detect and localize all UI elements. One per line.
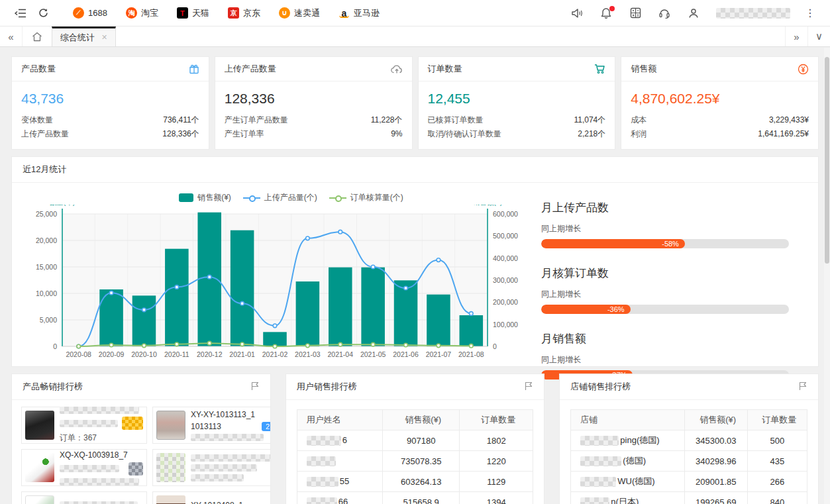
headset-icon[interactable] — [651, 0, 678, 26]
mstat-label: 同上期增长 — [541, 223, 789, 234]
speaker-icon[interactable] — [564, 0, 590, 26]
panel-title: 店铺销售排行榜 — [570, 381, 631, 393]
panel-title: 用户销售排行榜 — [297, 381, 357, 393]
tmall-icon: T — [177, 7, 188, 19]
tabs-dropdown-button[interactable]: ∨ — [807, 26, 830, 46]
amazon-icon: a — [338, 7, 350, 19]
card-value: 4,870,602.25¥ — [631, 91, 809, 107]
product-card[interactable] — [21, 491, 147, 504]
sales-value: 340298.96 — [684, 451, 747, 472]
user-icon[interactable] — [680, 0, 707, 26]
username-blurred[interactable] — [716, 8, 790, 19]
svg-text:0: 0 — [493, 342, 497, 350]
svg-text:400,000: 400,000 — [493, 254, 518, 262]
table-row[interactable]: 66 515658.9 1394 — [297, 492, 533, 504]
blurred-text — [191, 464, 257, 472]
tabs-scroll-right-button[interactable]: » — [785, 26, 807, 46]
blurred-name — [307, 477, 338, 487]
kv-label: 利润 — [631, 127, 647, 141]
orders-value: 1394 — [460, 492, 533, 504]
svg-text:2020-08: 2020-08 — [66, 350, 91, 358]
product-grid: 订单：367 XY-XY-1013113_1 10131132 XQ-XQ-10… — [12, 400, 270, 504]
legend-line-swatch — [243, 197, 260, 199]
product-card[interactable] — [152, 449, 271, 486]
flag-icon[interactable] — [250, 381, 260, 393]
table-row[interactable]: n(日本) 199265.69 840 — [571, 492, 807, 504]
table-row[interactable]: WU(德国) 209001.85 266 — [571, 472, 807, 492]
platform-tab-tmall[interactable]: T 天猫 — [168, 0, 219, 26]
sales-value: 515658.9 — [383, 492, 460, 504]
page-scrollbar[interactable] — [824, 48, 830, 504]
scrollbar-thumb[interactable] — [825, 57, 829, 264]
card-value: 43,736 — [21, 91, 199, 107]
orders-value: 435 — [747, 451, 807, 472]
blurred-text — [60, 420, 118, 427]
orders-value: 1802 — [460, 430, 533, 451]
platform-tab-1688[interactable]: ⟋ 1688 — [64, 0, 117, 26]
platform-tab-label: 亚马逊 — [354, 7, 380, 19]
svg-text:2021-02: 2021-02 — [262, 350, 288, 358]
product-card[interactable]: XY-XY-1013113_1 10131132 — [152, 407, 271, 444]
page-tabbar: « 综合统计 ✕ » ∨ — [0, 26, 830, 47]
yen-circle-icon — [798, 64, 809, 75]
collapse-menu-icon[interactable] — [9, 0, 32, 26]
blurred-name — [307, 497, 337, 504]
product-card[interactable]: XQ-XQ-1003918_7 — [21, 449, 147, 486]
progress-track: -58% — [541, 239, 789, 248]
kv-label: 成本 — [631, 113, 647, 127]
platform-tab-taobao[interactable]: 淘 淘宝 — [117, 0, 168, 26]
legend-uploads[interactable]: 上传产品量(个) — [243, 192, 317, 203]
stat-card-products: 产品数量 43,736 变体数量736,411个 上传产品数量128,336个 — [11, 56, 209, 150]
table-row[interactable]: 6 907180 1802 — [297, 430, 533, 451]
apps-icon[interactable] — [622, 0, 648, 26]
product-card[interactable]: 订单：367 — [21, 407, 147, 444]
close-icon[interactable]: ✕ — [101, 33, 107, 42]
bottom-panels: 产品畅销排行榜 订单：367 XY-XY-1013113_1 10131132 — [11, 374, 819, 504]
tabbar-right: » ∨ — [785, 26, 830, 46]
table-row[interactable]: 735078.35 1220 — [297, 451, 533, 472]
legend-orders[interactable]: 订单核算量(个) — [329, 192, 403, 203]
flag-icon[interactable] — [524, 381, 533, 393]
platform-tab-jd[interactable]: 京 京东 — [219, 0, 270, 26]
stat-card-orders: 订单数量 12,455 已核算订单数量11,074个 取消/待确认订单数量2,2… — [418, 56, 616, 150]
more-vertical-icon[interactable]: ⋮ — [800, 7, 821, 19]
svg-text:20,000: 20,000 — [36, 236, 57, 244]
legend-sales[interactable]: 销售额(¥) — [179, 192, 231, 203]
name-suffix: 66 — [338, 497, 348, 504]
mstat-label: 同上期增长 — [541, 289, 789, 300]
toolbar-right: ⋮ — [564, 0, 821, 26]
refresh-icon[interactable] — [32, 0, 54, 26]
product-card[interactable]: XY-1012408_1 — [152, 491, 271, 504]
col-orders: 订单数量 — [460, 410, 533, 430]
table-row[interactable]: 55 603264.13 1129 — [297, 472, 533, 492]
kv-value: 3,229,433¥ — [769, 113, 809, 127]
aliexpress-icon: ∪ — [279, 7, 290, 19]
col-orders: 订单数量 — [747, 410, 807, 430]
card-title: 订单数量 — [428, 63, 462, 75]
bar-line-chart[interactable]: 05,00010,00015,00020,00025,0000100,00020… — [21, 205, 535, 372]
home-icon[interactable] — [23, 26, 52, 46]
shop-ranking-table: 店铺 销售额(¥) 订单数量 ping(德国) 345300.03 500 (德… — [570, 409, 807, 504]
platform-tab-label: 天猫 — [192, 7, 209, 19]
tabs-scroll-left-button[interactable]: « — [0, 26, 23, 46]
blurred-text — [60, 465, 119, 472]
table-row[interactable]: ping(德国) 345300.03 500 — [571, 430, 807, 451]
mstat-title: 月上传产品数 — [541, 200, 789, 215]
stat-card-uploaded: 上传产品数量 128,336 产生订单产品数量11,228个 产生订单率9% — [215, 56, 413, 150]
cloud-upload-icon — [391, 64, 403, 74]
tab-comprehensive-statistics[interactable]: 综合统计 ✕ — [52, 26, 116, 46]
notification-dot — [609, 6, 615, 11]
card-value: 128,336 — [225, 91, 403, 107]
platform-tab-aliexpress[interactable]: ∪ 速卖通 — [270, 0, 329, 26]
shop-sales-ranking-panel: 店铺销售排行榜 店铺 销售额(¥) 订单数量 ping(德国) 345300.0… — [559, 374, 819, 504]
platform-tab-label: 1688 — [88, 8, 107, 18]
flag-icon[interactable] — [798, 381, 807, 393]
bell-icon[interactable] — [593, 0, 619, 26]
svg-text:500,000: 500,000 — [493, 232, 518, 240]
platform-tab-amazon[interactable]: a 亚马逊 — [329, 0, 389, 26]
name-suffix: ping(德国) — [620, 435, 659, 445]
mstat-title: 月销售额 — [541, 331, 789, 346]
table-row[interactable]: (德国) 340298.96 435 — [571, 451, 807, 472]
monthly-chart: 销售额(¥) 上传产品量(个) 订单核算量(个) 05,00010,00015,… — [12, 183, 535, 397]
sales-value: 735078.35 — [383, 451, 460, 472]
